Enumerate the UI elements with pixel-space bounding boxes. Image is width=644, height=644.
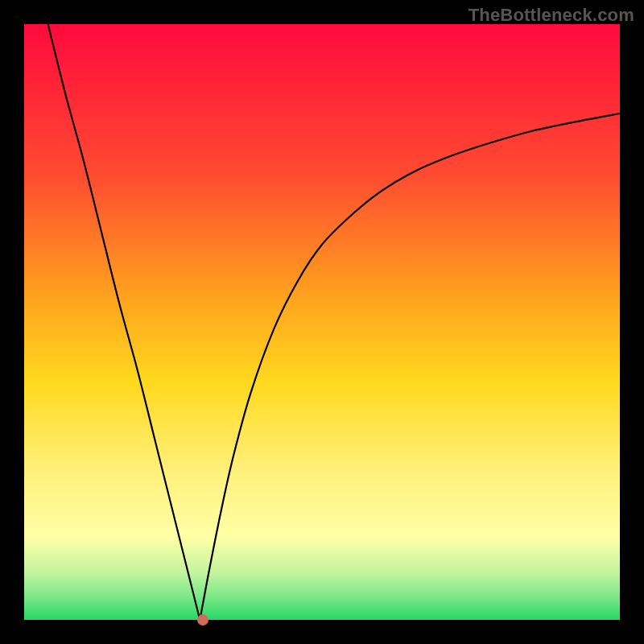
chart-frame: TheBottleneck.com — [0, 0, 644, 644]
bottleneck-curve — [24, 24, 620, 620]
watermark-text: TheBottleneck.com — [469, 5, 634, 26]
minimum-marker — [197, 614, 208, 625]
plot-area — [24, 24, 620, 620]
